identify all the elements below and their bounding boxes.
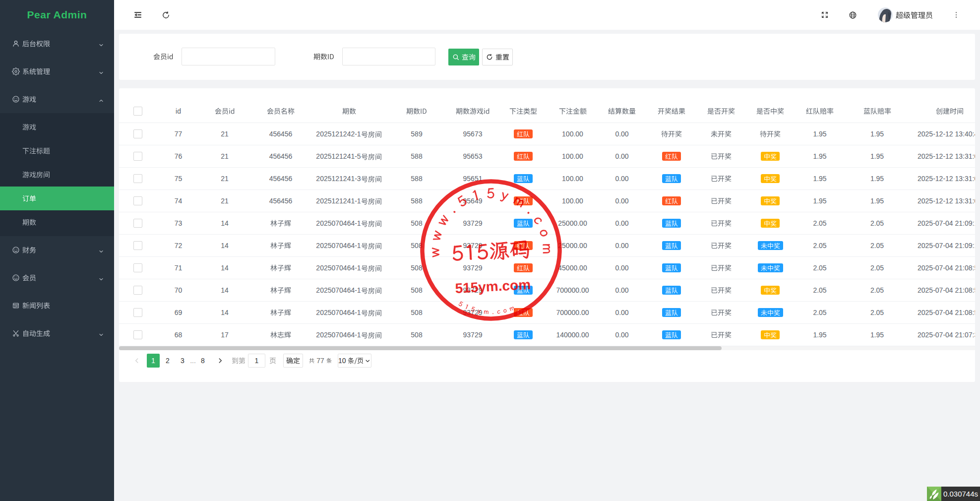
- svg-text:515ym.com: 515ym.com: [455, 277, 531, 296]
